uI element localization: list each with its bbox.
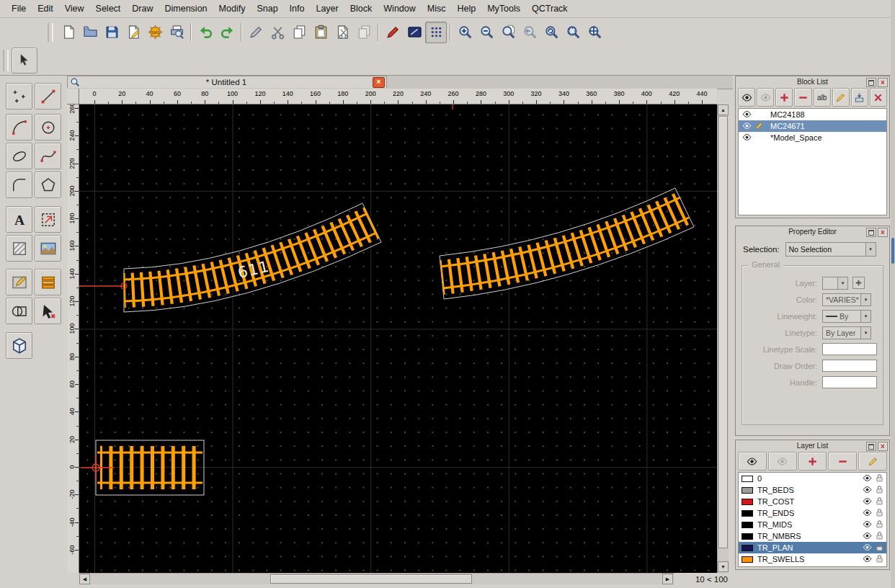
menu-item-dimension[interactable]: Dimension (159, 0, 213, 18)
menu-item-file[interactable]: File (6, 0, 32, 18)
layer-visibility-eye-icon[interactable] (863, 508, 872, 517)
add-block-button[interactable] (775, 88, 793, 107)
drawing-svg[interactable]: 611 (79, 104, 717, 573)
layer-visibility-eye-icon[interactable] (863, 496, 872, 506)
show-layer-button[interactable] (738, 452, 767, 471)
menu-item-block[interactable]: Block (344, 0, 378, 18)
layer-visibility-eye-icon[interactable] (863, 554, 872, 564)
layer-lock-icon[interactable] (875, 508, 884, 517)
layer-lock-icon[interactable] (875, 531, 884, 540)
prop-combo-linetype[interactable]: By Layer▾ (822, 326, 871, 339)
zoom-redraw-button[interactable] (540, 22, 562, 43)
prop-combo-color[interactable]: *VARIES*▾ (822, 293, 871, 306)
edit-layer-button[interactable] (858, 452, 887, 471)
draw-pen-button[interactable] (382, 22, 404, 43)
menu-item-select[interactable]: Select (90, 0, 127, 18)
cut-with-reference-button[interactable] (331, 22, 353, 43)
chevron-down-icon[interactable]: ▾ (860, 327, 870, 339)
block-visibility-eye-icon[interactable] (742, 121, 752, 130)
scroll-down-button[interactable]: ▼ (718, 561, 729, 572)
horizontal-scroll-thumb[interactable] (270, 574, 472, 584)
zoom-auto-button[interactable] (497, 22, 519, 43)
block-row-MC24671[interactable]: MC24671 (739, 120, 886, 132)
layer-row-TR_NMBRS[interactable]: TR_NMBRS (739, 530, 886, 542)
ellipse-tool[interactable] (6, 143, 32, 169)
polygon-tool[interactable] (35, 172, 61, 198)
layer-lock-icon[interactable] (875, 543, 884, 552)
document-tab[interactable]: * Untitled 1 × (67, 76, 387, 88)
menu-item-mytools[interactable]: MyTools (481, 0, 526, 18)
layer-row-TR_BEDS[interactable]: TR_BEDS (739, 484, 886, 496)
polyline-tool[interactable] (6, 172, 32, 198)
menu-item-qctrack[interactable]: QCTrack (526, 0, 574, 18)
close-document-button[interactable]: × (373, 77, 385, 88)
cut-button[interactable] (267, 22, 288, 43)
remove-block-button[interactable] (794, 88, 811, 107)
close-panel-button[interactable]: × (878, 442, 888, 451)
menu-item-edit[interactable]: Edit (32, 0, 59, 18)
vertical-scrollbar[interactable]: ▲ ▼ (717, 104, 729, 573)
dock-resize-handle[interactable] (891, 238, 894, 264)
menu-item-help[interactable]: Help (451, 0, 481, 18)
layer-row-TR_PLAN[interactable]: TR_PLAN (739, 542, 886, 553)
copy-with-reference-button[interactable] (353, 22, 375, 43)
zoom-pan-button[interactable] (584, 22, 605, 43)
zoom-out-button[interactable] (476, 22, 497, 43)
pen-settings-button[interactable] (404, 22, 425, 43)
insert-block-button[interactable] (851, 88, 868, 107)
float-panel-button[interactable] (866, 78, 876, 87)
new-file-button[interactable] (58, 22, 79, 43)
menu-item-view[interactable]: View (59, 0, 90, 18)
points-tool[interactable] (6, 83, 32, 110)
track-curved-left[interactable] (124, 203, 381, 312)
close-panel-button[interactable]: × (878, 78, 888, 87)
svg-export-button[interactable]: SVG (144, 22, 166, 43)
horizontal-scrollbar[interactable]: ◀ ▶ (79, 573, 674, 584)
block-row-MC24188[interactable]: MC24188 (739, 109, 886, 120)
scroll-right-button[interactable]: ▶ (662, 574, 673, 584)
edit-entity-tool[interactable] (6, 269, 32, 295)
layer-visibility-eye-icon[interactable] (863, 543, 872, 552)
chevron-down-icon[interactable]: ▾ (860, 311, 870, 322)
layer-lock-icon[interactable] (875, 485, 884, 494)
menu-item-info[interactable]: Info (284, 0, 311, 18)
layer-visibility-eye-icon[interactable] (863, 520, 872, 529)
print-preview-button[interactable] (166, 22, 187, 43)
paste-button[interactable] (310, 22, 331, 43)
vertical-scroll-thumb[interactable] (718, 116, 728, 548)
deselect-tool[interactable] (35, 298, 61, 324)
selection-pointer-button[interactable] (12, 48, 37, 74)
layer-row-TR_ENDS[interactable]: TR_ENDS (739, 507, 886, 519)
show-block-button[interactable] (738, 88, 755, 107)
menu-item-misc[interactable]: Misc (422, 0, 452, 18)
prop-input-linetype_scale[interactable] (822, 343, 877, 355)
add-layer-attribute-button[interactable] (852, 277, 865, 289)
spline-tool[interactable] (35, 143, 61, 169)
text-tool[interactable]: A (6, 206, 32, 233)
copy-button[interactable] (288, 22, 310, 43)
solid-3d-tool[interactable] (6, 332, 32, 359)
menu-item-modify[interactable]: Modify (213, 0, 251, 18)
edit-block-button[interactable] (832, 88, 850, 107)
dock-resize-strip[interactable] (891, 0, 895, 588)
line-tool[interactable] (35, 83, 61, 110)
menu-item-layer[interactable]: Layer (310, 0, 344, 18)
block-visibility-eye-icon[interactable] (742, 133, 752, 142)
grid-toggle-button[interactable] (425, 22, 447, 43)
rename-block-button[interactable]: alb (814, 88, 831, 107)
scroll-up-button[interactable]: ▲ (718, 104, 729, 115)
prop-input-draw_order[interactable] (822, 360, 877, 372)
prop-combo-layer[interactable]: ▾ (822, 277, 848, 290)
layer-visibility-eye-icon[interactable] (863, 485, 872, 494)
menu-item-snap[interactable]: Snap (251, 0, 283, 18)
drawing-canvas[interactable]: 611 (79, 104, 717, 573)
zoom-previous-button[interactable] (519, 22, 540, 43)
hide-block-button[interactable] (757, 88, 774, 107)
toolbar-handle[interactable] (48, 23, 53, 42)
open-file-button[interactable] (79, 22, 101, 43)
block-visibility-eye-icon[interactable] (742, 110, 752, 119)
remove-layer-button[interactable] (828, 452, 857, 471)
prop-input-handle[interactable] (822, 376, 877, 388)
boolean-tool[interactable] (6, 298, 32, 324)
image-tool[interactable] (35, 235, 61, 262)
